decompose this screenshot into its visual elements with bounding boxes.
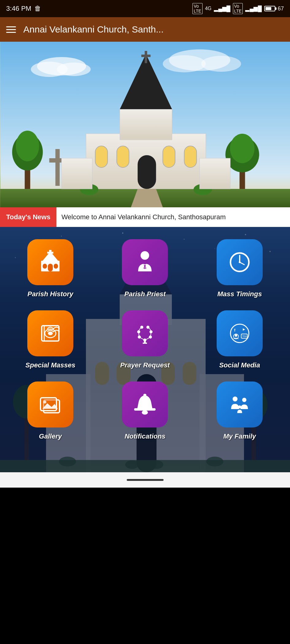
- svg-point-105: [142, 410, 148, 415]
- svg-point-38: [245, 234, 246, 235]
- menu-label-special-masses: Special Masses: [25, 361, 75, 369]
- menu-label-parish-history: Parish History: [28, 290, 73, 298]
- svg-point-81: [48, 332, 53, 335]
- svg-rect-69: [54, 264, 58, 269]
- battery-icon: [264, 6, 275, 11]
- svg-rect-68: [43, 264, 47, 269]
- svg-point-60: [206, 457, 223, 466]
- app-header: Annai Velankanni Church, Santh...: [0, 17, 290, 42]
- menu-item-parish-priest[interactable]: Parish Priest: [101, 239, 189, 298]
- menu-icon-gallery: [27, 381, 73, 427]
- network-type: 4G: [205, 6, 211, 11]
- news-ticker: Today's News Welcome to Annai Velankanni…: [0, 207, 290, 227]
- home-indicator: [127, 479, 164, 481]
- svg-rect-11: [55, 149, 60, 186]
- svg-rect-31: [61, 158, 92, 189]
- app-title: Annai Velankanni Church, Santh...: [23, 24, 164, 35]
- battery-fill: [265, 7, 271, 10]
- status-time: 3:46 PM: [6, 5, 31, 13]
- menu-item-gallery[interactable]: Gallery: [6, 381, 95, 440]
- menu-icon-social-media: f ▶ You: [217, 310, 263, 356]
- svg-rect-22: [137, 155, 156, 189]
- menu-label-parish-priest: Parish Priest: [124, 290, 166, 298]
- hero-image: [0, 42, 290, 207]
- svg-rect-67: [48, 264, 53, 271]
- svg-rect-14: [120, 109, 172, 140]
- volte2-icon: VoLTE: [233, 3, 243, 14]
- svg-rect-73: [145, 266, 145, 269]
- svg-point-108: [238, 405, 241, 408]
- svg-rect-19: [148, 94, 157, 106]
- menu-item-prayer-request[interactable]: Prayer Request: [101, 310, 189, 369]
- menu-icon-parish-priest: [122, 239, 168, 285]
- hamburger-menu-icon[interactable]: [6, 26, 16, 33]
- church-svg: [0, 42, 290, 207]
- svg-point-91: [230, 324, 249, 343]
- svg-rect-103: [143, 394, 146, 396]
- news-text: Welcome to Annai Velankanni Church, Sant…: [56, 213, 230, 221]
- menu-icon-prayer-request: [122, 310, 168, 356]
- svg-point-107: [242, 398, 246, 402]
- menu-label-prayer-request: Prayer Request: [120, 361, 170, 369]
- menu-label-my-family: My Family: [223, 432, 256, 440]
- menu-item-notifications[interactable]: Notifications: [101, 381, 189, 440]
- svg-rect-20: [95, 146, 107, 167]
- menu-label-mass-timings: Mass Timings: [217, 290, 262, 298]
- menu-label-gallery: Gallery: [39, 432, 62, 440]
- svg-text:▶: ▶: [243, 328, 245, 331]
- svg-point-62: [150, 460, 163, 469]
- menu-grid-section: Parish History Parish Priest Mass Timing…: [0, 227, 290, 472]
- bottom-bar: [0, 472, 290, 488]
- svg-point-3: [57, 63, 91, 76]
- menu-icon-parish-history: [27, 239, 73, 285]
- signal2-icon: ▂▄▆█: [245, 5, 262, 12]
- svg-point-70: [141, 251, 149, 260]
- svg-point-97: [235, 334, 237, 337]
- menu-icon-notifications: [122, 381, 168, 427]
- svg-point-36: [122, 232, 123, 234]
- news-label: Today's News: [0, 207, 56, 227]
- menu-icon-mass-timings: [217, 239, 263, 285]
- battery-level: 67: [278, 6, 284, 12]
- svg-point-10: [16, 131, 39, 161]
- menu-item-special-masses[interactable]: Special Masses: [6, 310, 95, 369]
- menu-label-social-media: Social Media: [219, 361, 260, 369]
- svg-point-5: [163, 55, 206, 72]
- menu-item-parish-history[interactable]: Parish History: [6, 239, 95, 298]
- svg-rect-74: [143, 268, 146, 268]
- svg-point-101: [43, 401, 46, 404]
- svg-point-78: [239, 261, 241, 263]
- svg-rect-23: [163, 146, 175, 167]
- svg-rect-17: [141, 55, 150, 57]
- svg-rect-21: [117, 146, 129, 167]
- status-right: VoLTE 4G ▂▄▆█ VoLTE ▂▄▆█ 67: [192, 3, 284, 14]
- status-bar: 3:46 PM 🗑 VoLTE 4G ▂▄▆█ VoLTE ▂▄▆█ 67: [0, 0, 290, 17]
- menu-item-social-media[interactable]: f ▶ You Social Media: [195, 310, 284, 369]
- svg-rect-66: [47, 252, 53, 254]
- svg-rect-32: [199, 158, 230, 189]
- svg-rect-54: [0, 460, 290, 472]
- trash-icon: 🗑: [34, 5, 41, 13]
- svg-text:f: f: [234, 328, 236, 332]
- menu-icon-special-masses: [27, 310, 73, 356]
- menu-grid: Parish History Parish Priest Mass Timing…: [6, 239, 284, 440]
- svg-rect-104: [134, 408, 156, 411]
- volte-icon: VoLTE: [192, 3, 203, 14]
- svg-point-61: [125, 460, 139, 469]
- menu-item-mass-timings[interactable]: Mass Timings: [195, 239, 284, 298]
- svg-rect-18: [135, 94, 144, 106]
- svg-rect-71: [144, 263, 146, 264]
- signal-icon: ▂▄▆█: [214, 5, 230, 12]
- svg-point-35: [61, 236, 62, 237]
- svg-point-6: [201, 56, 241, 72]
- status-left: 3:46 PM 🗑: [6, 5, 41, 13]
- svg-point-28: [230, 134, 254, 163]
- svg-text:You: You: [242, 335, 247, 338]
- svg-point-106: [233, 397, 238, 401]
- menu-icon-my-family: [217, 381, 263, 427]
- menu-label-notifications: Notifications: [125, 432, 165, 440]
- svg-point-59: [59, 457, 76, 466]
- svg-rect-24: [184, 146, 196, 167]
- svg-rect-90: [143, 343, 147, 344]
- menu-item-my-family[interactable]: My Family: [195, 381, 284, 440]
